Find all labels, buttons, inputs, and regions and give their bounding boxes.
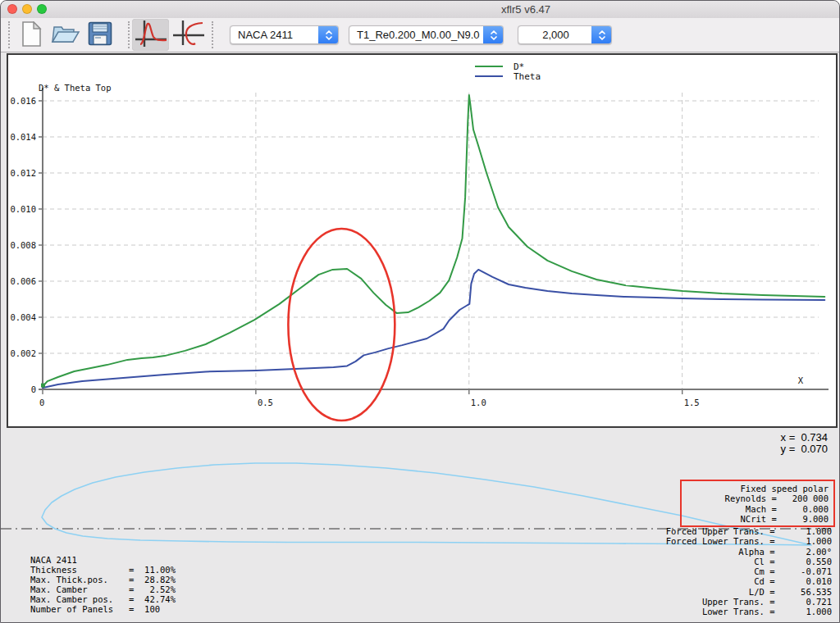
foil-combobox-value: NACA 2411 [238,29,293,41]
save-project-button[interactable] [84,20,116,50]
svg-text:0.006: 0.006 [10,276,36,286]
xflr5-window: xflr5 v6.47 [0,0,840,623]
toolbar: NACA 2411 T1_Re0.200_M0.00_N9.0 2,000 [1,18,839,52]
cursor-coordinates: x = 0.734 y = 0.070 [781,432,828,455]
toolbar-grip[interactable] [212,21,213,48]
foil-combobox[interactable]: NACA 2411 [230,25,339,44]
svg-text:0.5: 0.5 [258,398,273,407]
svg-text:1.0: 1.0 [471,398,486,407]
close-button[interactable] [7,4,17,14]
save-floppy-icon [88,21,112,49]
polar-info-box: Fixed speed polar Reynolds = 200 000 Mac… [680,480,835,527]
polar-combobox[interactable]: T1_Re0.200_M0.00_N9.0 [349,25,504,44]
svg-text:D* & Theta Top: D* & Theta Top [39,83,112,93]
polar-info-text: Fixed speed polar Reynolds = 200 000 Mac… [725,484,829,525]
svg-text:Theta: Theta [514,71,541,82]
stepper-icon[interactable] [591,25,612,44]
dstar-theta-chart[interactable]: 00.0020.0040.0060.0080.0100.0120.0140.01… [8,55,836,426]
zoom-button[interactable] [37,4,47,14]
open-project-button[interactable] [50,20,81,50]
svg-text:1.5: 1.5 [684,398,700,407]
window-title: xflr5 v6.47 [501,3,550,16]
svg-text:X: X [798,375,804,385]
svg-text:0.008: 0.008 [10,240,36,250]
new-project-button[interactable] [16,20,47,50]
toolbar-grip[interactable] [128,21,130,48]
title-bar: xflr5 v6.47 [1,1,839,19]
open-folder-icon [51,22,80,48]
bl-graph-panel[interactable]: 00.0020.0040.0060.0080.0100.0120.0140.01… [7,53,838,428]
oppoint-combobox[interactable]: 2,000 [518,25,612,44]
toolbar-grip[interactable] [8,21,10,48]
svg-text:0.016: 0.016 [10,96,36,106]
polar-view-button[interactable] [170,19,207,51]
svg-text:0: 0 [31,384,36,394]
svg-text:0.014: 0.014 [10,132,36,142]
svg-text:0.002: 0.002 [10,348,36,358]
minimize-button[interactable] [22,4,32,14]
svg-text:0.012: 0.012 [10,168,36,178]
oppoint-panel[interactable]: x = 0.734 y = 0.070 Fixed speed polar Re… [1,428,840,623]
oppoint-combobox-value: 2,000 [542,29,569,41]
new-file-icon [21,21,42,50]
foil-properties: NACA 2411 Thickness = 11.00% Max. Thick.… [30,555,176,615]
oppoint-results: Forced Upper Trans. = 1.000 Forced Lower… [666,526,832,617]
bl-view-button[interactable] [132,19,169,51]
stepper-icon[interactable] [483,25,504,44]
svg-text:0.010: 0.010 [10,204,36,214]
svg-text:0.004: 0.004 [10,312,36,322]
polar-combobox-value: T1_Re0.200_M0.00_N9.0 [357,29,480,41]
svg-text:0: 0 [39,398,44,407]
boundary-layer-graph-icon [134,19,168,52]
stepper-icon[interactable] [318,25,339,44]
polar-graph-icon [171,19,206,52]
